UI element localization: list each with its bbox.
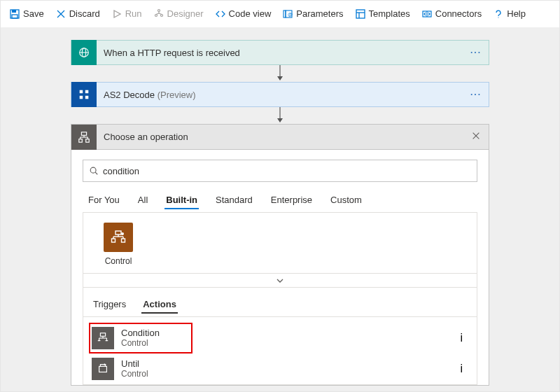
tab-standard[interactable]: Standard [213, 190, 255, 212]
codeview-button[interactable]: Code view [209, 3, 277, 25]
tab-all[interactable]: All [135, 190, 150, 212]
svg-rect-37 [79, 139, 83, 142]
search-icon [89, 166, 99, 176]
tab-enterprise[interactable]: Enterprise [268, 190, 315, 212]
search-value: condition [103, 166, 139, 176]
designer-canvas: When a HTTP request is received ··· AS2 … [1, 27, 559, 392]
step-as2-decode[interactable]: AS2 Decode (Preview) ··· [71, 82, 489, 107]
picker-inner: Control Triggers Actions Condition [83, 212, 477, 385]
action-text: Until Control [121, 359, 457, 379]
svg-rect-27 [85, 90, 89, 94]
step-menu-button[interactable]: ··· [463, 48, 489, 57]
svg-rect-38 [86, 139, 90, 142]
svg-rect-26 [80, 90, 83, 94]
svg-rect-54 [99, 366, 107, 372]
connector-label: Control [90, 256, 146, 266]
svg-rect-29 [85, 96, 89, 99]
run-button[interactable]: Run [106, 3, 148, 25]
tab-custom[interactable]: Custom [328, 190, 365, 212]
svg-rect-49 [122, 239, 125, 242]
parameters-button[interactable]: @ Parameters [276, 3, 349, 25]
flow-arrow [275, 65, 285, 82]
templates-button[interactable]: Templates [349, 3, 416, 25]
connector-control[interactable]: Control [90, 223, 146, 266]
close-button[interactable] [463, 131, 489, 144]
connector-grid: Control [83, 213, 477, 273]
step-label: AS2 Decode (Preview) [97, 90, 463, 100]
flow-arrow [275, 107, 285, 124]
actions-list: Condition Control i Until Control [83, 317, 477, 384]
codeview-icon [215, 8, 226, 20]
svg-rect-43 [115, 231, 121, 234]
svg-line-11 [159, 13, 162, 15]
step-http-trigger[interactable]: When a HTTP request is received ··· [71, 40, 489, 65]
action-text: Condition Control [121, 328, 190, 349]
svg-rect-28 [80, 96, 83, 99]
save-icon [9, 8, 20, 20]
step-menu-button[interactable]: ··· [463, 90, 489, 99]
connectors-icon [421, 8, 433, 20]
svg-rect-51 [100, 333, 105, 337]
info-icon[interactable]: i [460, 363, 463, 375]
svg-point-20 [498, 17, 499, 18]
svg-point-6 [158, 9, 160, 11]
templates-icon [355, 8, 366, 20]
step-label: When a HTTP request is received [97, 48, 463, 58]
panel-header: Choose an operation [71, 125, 489, 150]
svg-rect-32 [81, 132, 86, 135]
action-row: Until Control i [89, 354, 471, 384]
svg-line-42 [95, 172, 97, 174]
svg-marker-31 [277, 118, 283, 122]
discard-icon [55, 8, 66, 20]
action-condition[interactable]: Condition Control [89, 323, 192, 354]
run-icon [111, 8, 122, 20]
svg-text:@: @ [288, 12, 293, 17]
svg-line-10 [156, 13, 159, 15]
discard-button[interactable]: Discard [50, 3, 106, 25]
as2-icon [71, 82, 97, 107]
designer-icon [153, 8, 164, 20]
until-icon [92, 358, 114, 380]
parameters-icon: @ [282, 8, 293, 20]
info-icon[interactable]: i [460, 332, 463, 344]
control-connector-icon [104, 223, 133, 252]
action-row: Condition Control i [89, 323, 471, 354]
sub-tabs: Triggers Actions [83, 287, 477, 317]
svg-rect-1 [12, 10, 16, 13]
help-button[interactable]: Help [487, 3, 531, 25]
svg-point-8 [155, 14, 157, 16]
tab-for-you[interactable]: For You [85, 190, 122, 212]
designer-button[interactable]: Designer [148, 3, 209, 25]
action-until[interactable]: Until Control [89, 354, 460, 384]
toolbar: Save Discard Run Designer Code view @ Pa… [1, 1, 559, 27]
svg-marker-25 [277, 76, 283, 80]
close-icon [471, 131, 481, 141]
svg-point-50 [121, 232, 124, 235]
chevron-down-icon [275, 276, 285, 286]
category-tabs: For You All Built-in Standard Enterprise… [83, 182, 477, 212]
expand-connectors-button[interactable] [83, 273, 477, 287]
svg-point-41 [90, 167, 96, 173]
svg-rect-2 [12, 15, 18, 18]
tab-actions[interactable]: Actions [141, 295, 178, 316]
svg-point-9 [160, 14, 162, 16]
tab-built-in[interactable]: Built-in [163, 190, 200, 212]
operation-icon [71, 125, 97, 150]
svg-rect-48 [112, 239, 115, 242]
panel-title: Choose an operation [97, 132, 463, 142]
condition-icon [92, 327, 114, 349]
help-icon [493, 8, 504, 20]
panel-body: condition For You All Built-in Standard … [71, 150, 489, 212]
tab-triggers[interactable]: Triggers [92, 295, 127, 316]
operation-picker-panel: Choose an operation condition For You Al… [71, 124, 489, 386]
search-input[interactable]: condition [83, 160, 477, 182]
globe-icon [71, 40, 97, 65]
svg-rect-15 [356, 10, 365, 18]
connectors-button[interactable]: Connectors [416, 3, 487, 25]
save-button[interactable]: Save [4, 3, 50, 25]
svg-marker-5 [114, 10, 120, 18]
